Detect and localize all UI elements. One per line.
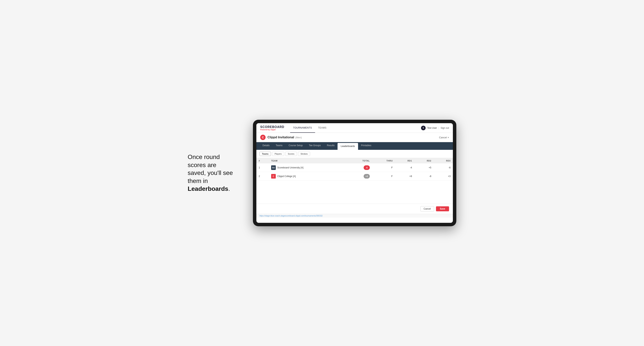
cell-rd2: -8 [414,172,434,181]
filter-strokes[interactable]: Strokes [298,152,310,156]
tab-course-setup[interactable]: Course Setup [286,142,306,150]
col-rd3: RD3 [434,158,453,164]
cell-team: SU Scoreboard University [A] [269,164,347,172]
cell-rd1: +8 [395,172,414,181]
tab-leaderboards[interactable]: Leaderboards [338,143,358,150]
user-avatar: S [421,126,426,130]
tab-tee-groups[interactable]: Tee Groups [306,142,324,150]
url-bar: https://stage-blue-coach.stagescoreboard… [256,214,453,218]
top-nav-right: S Test User | Sign out [421,126,449,130]
cell-rd1: -4 [395,164,414,172]
logo-powered: Powered by clippd [260,129,284,131]
col-rank: # [256,158,269,164]
empty-space [256,181,453,204]
score-badge: +3 [364,174,370,178]
filter-players[interactable]: Players [272,152,284,156]
top-nav-links: TOURNAMENTS TEAMS [290,123,421,133]
tablet-screen: SCOREBOARD Powered by clippd TOURNAMENTS… [256,123,453,223]
separator: | [438,127,439,129]
description-line5: Leaderboards [188,185,228,192]
tournament-subtitle: (Men) [295,136,302,139]
col-rd1: RD1 [395,158,414,164]
col-rd2: RD2 [414,158,434,164]
description-line4: them in [188,177,208,184]
filter-bar: Teams Players Scores Strokes [256,150,453,158]
table-row: 1 SU Scoreboard University [A] -5 F -4 +… [256,164,453,172]
team-logo: C [271,174,276,178]
tournament-header: C Clippd Invitational (Men) Cancel × [256,133,453,142]
leaderboard-table: # TEAM TOTAL THRU RD1 RD2 RD3 1 [256,158,453,181]
main-content: Teams Players Scores Strokes # TEAM TOTA… [256,150,453,218]
col-thru: THRU [372,158,395,164]
tab-details[interactable]: Details [260,142,273,150]
team-name: Scoreboard University [A] [277,166,304,169]
tournament-cancel-btn[interactable]: Cancel × [439,136,449,139]
cell-rd2: +5 [414,164,434,172]
cell-rank: 1 [256,164,269,172]
cell-rank: 2 [256,172,269,181]
footer-bar: Cancel Save [256,204,453,214]
cancel-button[interactable]: Cancel [420,206,434,211]
cell-thru: F [372,164,395,172]
tournament-title: Clippd Invitational [268,136,294,139]
tab-teams[interactable]: Teams [273,142,286,150]
sign-out-link[interactable]: Sign out [440,127,449,129]
cell-total: -5 [347,164,372,172]
description-line3: saved, you'll see [188,169,233,176]
save-button[interactable]: Save [436,206,449,211]
col-total: TOTAL [347,158,372,164]
cell-total: +3 [347,172,372,181]
tournament-icon: C [260,135,266,140]
top-nav: SCOREBOARD Powered by clippd TOURNAMENTS… [256,123,453,133]
filter-scores[interactable]: Scores [285,152,297,156]
nav-teams[interactable]: TEAMS [315,123,330,133]
cell-rd3: -6 [434,164,453,172]
logo-area: SCOREBOARD Powered by clippd [260,125,284,131]
description-line2: scores are [188,162,216,169]
filter-teams[interactable]: Teams [260,152,271,156]
team-logo: SU [271,165,276,170]
user-name: Test User [427,127,437,129]
leaderboard-table-area: # TEAM TOTAL THRU RD1 RD2 RD3 1 [256,158,453,181]
nav-tournaments[interactable]: TOURNAMENTS [290,123,315,133]
cell-thru: F [372,172,395,181]
cell-rd3: +3 [434,172,453,181]
tab-results[interactable]: Results [324,142,338,150]
tablet-frame: SCOREBOARD Powered by clippd TOURNAMENTS… [253,120,456,226]
tab-printables[interactable]: Printables [358,142,374,150]
sub-tabs: Details Teams Course Setup Tee Groups Re… [256,142,453,150]
description-line1: Once round [188,154,220,160]
left-description: Once round scores are saved, you'll see … [188,153,242,193]
col-team: TEAM [269,158,347,164]
table-row: 2 C Clippd College [A] +3 F +8 -8 +3 [256,172,453,181]
score-badge: -5 [364,165,370,170]
logo-text: SCOREBOARD [260,125,284,129]
team-name: Clippd College [A] [277,175,296,177]
cell-team: C Clippd College [A] [269,172,347,181]
